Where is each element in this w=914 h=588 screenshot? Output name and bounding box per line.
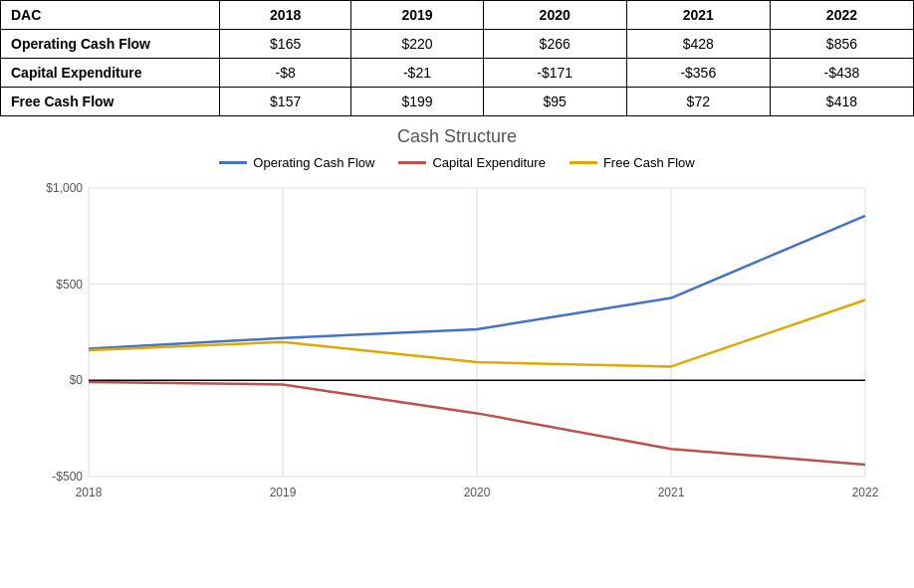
legend-item: Free Cash Flow — [570, 155, 695, 170]
legend-item: Capital Expenditure — [398, 155, 545, 170]
table-header: 2018 — [220, 1, 351, 30]
table-cell-label: Operating Cash Flow — [1, 30, 220, 59]
legend-line — [219, 161, 247, 164]
svg-text:$0: $0 — [70, 373, 84, 387]
svg-text:2020: 2020 — [464, 486, 491, 499]
table-header: 2021 — [626, 1, 770, 30]
legend-line — [398, 161, 426, 164]
table-cell-value: $157 — [220, 88, 351, 116]
table-cell-label: Free Cash Flow — [1, 88, 220, 116]
chart-area: $1,000$500$0-$50020182019202020212022 — [29, 178, 885, 516]
legend-label: Operating Cash Flow — [253, 155, 374, 170]
table-row: Capital Expenditure-$8-$21-$171-$356-$43… — [1, 59, 914, 88]
chart-svg: $1,000$500$0-$50020182019202020212022 — [29, 178, 885, 516]
table-cell-value: $220 — [351, 30, 483, 59]
svg-text:2019: 2019 — [270, 486, 297, 499]
table-cell-value: -$171 — [483, 59, 626, 88]
svg-text:-$500: -$500 — [52, 470, 83, 484]
chart-title: Cash Structure — [0, 126, 914, 147]
table-cell-value: $266 — [483, 30, 626, 59]
table-cell-label: Capital Expenditure — [1, 59, 220, 88]
table-header: 2019 — [351, 1, 483, 30]
financial-table: DAC20182019202020212022 Operating Cash F… — [0, 0, 914, 116]
table-cell-value: $428 — [626, 30, 770, 59]
legend-line — [570, 161, 597, 164]
table-header: DAC — [1, 1, 220, 30]
svg-text:2018: 2018 — [76, 486, 103, 499]
svg-text:$500: $500 — [56, 278, 83, 292]
table-row: Free Cash Flow$157$199$95$72$418 — [1, 88, 914, 116]
chart-container: Cash Structure Operating Cash FlowCapita… — [0, 116, 914, 526]
table-row: Operating Cash Flow$165$220$266$428$856 — [1, 30, 914, 59]
table-header: 2020 — [483, 1, 626, 30]
chart-legend: Operating Cash FlowCapital ExpenditureFr… — [0, 155, 914, 170]
svg-text:$1,000: $1,000 — [46, 181, 83, 195]
table-cell-value: $95 — [483, 88, 626, 116]
svg-text:2021: 2021 — [658, 486, 685, 499]
table-cell-value: $856 — [770, 30, 913, 59]
table-cell-value: -$356 — [626, 59, 770, 88]
table-cell-value: $418 — [770, 88, 913, 116]
table-cell-value: $165 — [220, 30, 351, 59]
table-cell-value: -$438 — [770, 59, 913, 88]
legend-item: Operating Cash Flow — [219, 155, 374, 170]
legend-label: Free Cash Flow — [603, 155, 695, 170]
table-cell-value: $72 — [626, 88, 770, 116]
svg-text:2022: 2022 — [852, 486, 879, 499]
legend-label: Capital Expenditure — [432, 155, 545, 170]
table-cell-value: -$8 — [220, 59, 351, 88]
table-cell-value: $199 — [351, 88, 483, 116]
table-cell-value: -$21 — [351, 59, 483, 88]
table-header: 2022 — [770, 1, 913, 30]
